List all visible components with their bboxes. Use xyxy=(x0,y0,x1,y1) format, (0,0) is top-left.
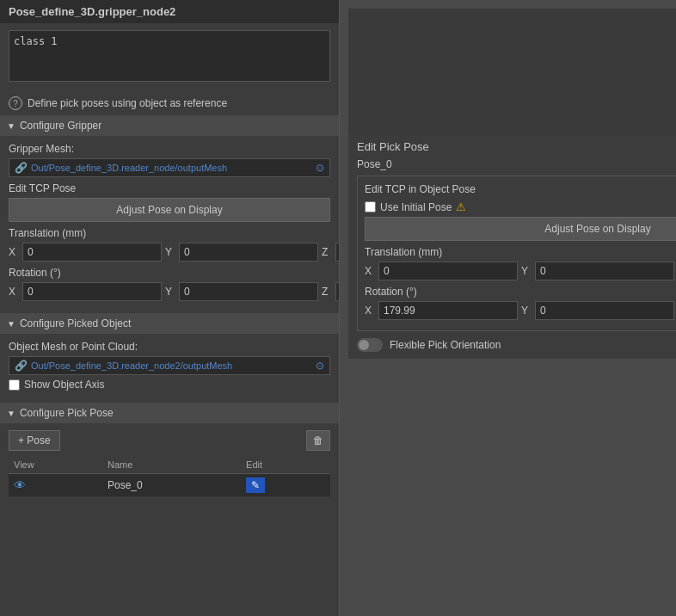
warning-icon: ⚠ xyxy=(456,200,466,213)
translation-xyz-right: X Y Z xyxy=(365,262,676,280)
show-object-axis-checkbox[interactable] xyxy=(9,379,20,391)
right-panel: Edit Pick Pose Pose_0 Edit TCP in Object… xyxy=(340,0,676,616)
gripper-mesh-label: Gripper Mesh: xyxy=(9,143,330,155)
pose-name-label-right: Pose_0 xyxy=(357,158,676,170)
object-link-arrow-icon: ⊙ xyxy=(316,360,324,372)
edit-pose-button[interactable]: ✎ xyxy=(246,477,265,493)
pose-name: Pose_0 xyxy=(108,479,143,491)
configure-gripper-header[interactable]: ▼ Configure Gripper xyxy=(0,115,339,136)
col-edit: Edit xyxy=(241,456,330,474)
pose-name-cell: Pose_0 xyxy=(102,474,241,497)
use-initial-pose-checkbox[interactable] xyxy=(365,201,376,213)
configure-gripper-body: Gripper Mesh: 🔗 Out/Pose_define_3D.reade… xyxy=(0,136,339,311)
rx-input[interactable] xyxy=(22,282,162,301)
3d-viewport xyxy=(348,9,676,133)
show-object-axis-row: Show Object Axis xyxy=(9,379,330,391)
translation-label-right: Translation (mm) xyxy=(365,246,676,258)
ty-input[interactable] xyxy=(179,243,318,262)
edit-tcp-in-object-label: Edit TCP in Object Pose xyxy=(365,183,676,195)
link-icon: 🔗 xyxy=(15,162,28,174)
configure-gripper-label: Configure Gripper xyxy=(20,120,101,132)
pose-eye-cell: 👁 xyxy=(9,474,102,497)
translation-xyz-left: X Y Z xyxy=(9,243,330,262)
rotation-label-right: Rotation (°) xyxy=(365,286,676,298)
gripper-mesh-row: 🔗 Out/Pose_define_3D.reader_node/outputM… xyxy=(9,158,330,177)
table-row: 👁 Pose_0 ✎ xyxy=(9,474,330,497)
pick-pose-arrow-icon: ▼ xyxy=(7,409,15,418)
tx-label: X xyxy=(9,246,19,258)
configure-picked-object-section: ▼ Configure Picked Object Object Mesh or… xyxy=(0,313,339,401)
flexible-pick-label: Flexible Pick Orientation xyxy=(390,339,501,351)
panel-title: Pose_define_3D.gripper_node2 xyxy=(0,0,339,23)
ty-label: Y xyxy=(165,246,175,258)
object-mesh-label: Object Mesh or Point Cloud: xyxy=(9,341,330,353)
object-link-icon: 🔗 xyxy=(15,360,28,372)
configure-pick-pose-body: + Pose 🗑 View Name Edit 👁 Pose_0 ✎ xyxy=(0,423,339,503)
col-view: View xyxy=(9,456,102,474)
object-mesh-row: 🔗 Out/Pose_define_3D.reader_node2/output… xyxy=(9,356,330,375)
gripper-arrow-icon: ▼ xyxy=(7,121,15,131)
translation-label-left: Translation (mm) xyxy=(9,227,330,239)
rrx-input[interactable] xyxy=(378,301,518,320)
rx-label: X xyxy=(9,286,19,298)
info-text: Define pick poses using object as refere… xyxy=(28,97,227,109)
configure-picked-object-label: Configure Picked Object xyxy=(20,317,131,330)
rotation-section-right: Rotation (°) X Y Z xyxy=(365,286,676,320)
edit-tcp-pose-label: Edit TCP Pose xyxy=(9,182,330,194)
configure-pick-pose-header[interactable]: ▼ Configure Pick Pose xyxy=(0,403,339,423)
flexible-pick-toggle[interactable] xyxy=(357,338,383,352)
class-textarea[interactable]: class 1 xyxy=(9,30,330,82)
rry-input[interactable] xyxy=(535,301,674,320)
rz-label: Z xyxy=(322,286,332,298)
edit-pick-pose-section: Edit Pick Pose Pose_0 Edit TCP in Object… xyxy=(348,133,676,359)
configure-pick-pose-section: ▼ Configure Pick Pose + Pose 🗑 View Name… xyxy=(0,403,339,503)
rtx-label: X xyxy=(365,265,375,277)
configure-pick-pose-label: Configure Pick Pose xyxy=(20,407,114,419)
object-mesh-link: Out/Pose_define_3D.reader_node2/outputMe… xyxy=(31,360,312,371)
rrx-label: X xyxy=(365,305,375,317)
rotation-label-left: Rotation (°) xyxy=(9,267,330,279)
show-object-axis-label: Show Object Axis xyxy=(24,379,104,391)
tz-label: Z xyxy=(322,246,332,258)
use-initial-pose-label: Use Initial Pose xyxy=(380,201,452,213)
adjust-pose-btn-right[interactable]: Adjust Pose on Display xyxy=(365,217,676,241)
link-arrow-icon: ⊙ xyxy=(316,162,324,174)
info-row: ? Define pick poses using object as refe… xyxy=(0,91,339,115)
edit-pick-pose-label: Edit Pick Pose xyxy=(357,140,676,153)
left-panel: Pose_define_3D.gripper_node2 class 1 ? D… xyxy=(0,0,340,616)
pose-controls: + Pose 🗑 xyxy=(9,430,330,451)
col-name: Name xyxy=(102,456,241,474)
rry-label: Y xyxy=(521,305,532,317)
delete-pose-button[interactable]: 🗑 xyxy=(306,430,330,451)
eye-icon[interactable]: 👁 xyxy=(14,478,26,492)
info-icon: ? xyxy=(9,96,22,110)
configure-gripper-section: ▼ Configure Gripper Gripper Mesh: 🔗 Out/… xyxy=(0,115,339,311)
ry-input[interactable] xyxy=(179,282,318,301)
edit-tcp-in-object-box: Edit TCP in Object Pose Use Initial Pose… xyxy=(357,176,676,331)
gripper-mesh-link: Out/Pose_define_3D.reader_node/outputMes… xyxy=(31,163,312,173)
configure-picked-object-body: Object Mesh or Point Cloud: 🔗 Out/Pose_d… xyxy=(0,334,339,401)
adjust-pose-btn-left[interactable]: Adjust Pose on Display xyxy=(9,198,330,222)
picked-object-arrow-icon: ▼ xyxy=(7,319,15,329)
configure-picked-object-header[interactable]: ▼ Configure Picked Object xyxy=(0,313,339,334)
rty-input[interactable] xyxy=(535,262,674,280)
tx-input[interactable] xyxy=(22,243,162,262)
rotation-xyz-left: X Y Z xyxy=(9,282,330,301)
add-pose-button[interactable]: + Pose xyxy=(9,430,60,451)
ry-label: Y xyxy=(165,286,175,298)
pose-edit-cell: ✎ xyxy=(241,474,330,497)
rotation-xyz-right: X Y Z xyxy=(365,301,676,320)
rtx-input[interactable] xyxy=(378,262,518,280)
use-initial-pose-row: Use Initial Pose ⚠ xyxy=(365,200,676,213)
flexible-pick-orientation-row: Flexible Pick Orientation xyxy=(357,338,676,352)
rty-label: Y xyxy=(521,265,532,277)
pose-table: View Name Edit 👁 Pose_0 ✎ xyxy=(9,456,330,496)
rotation-section-left: Rotation (°) X Y Z xyxy=(9,267,330,301)
